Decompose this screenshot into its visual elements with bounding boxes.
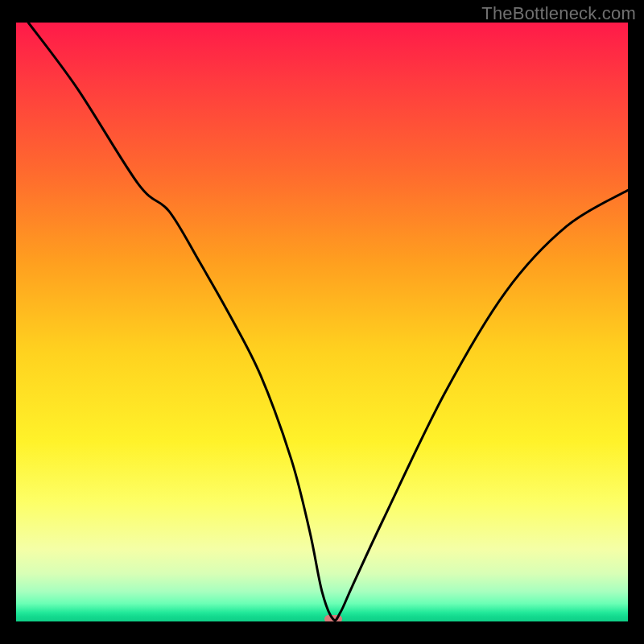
bottleneck-curve-path [28,23,628,621]
watermark-text: TheBottleneck.com [481,3,636,24]
curve-svg [16,23,628,621]
chart-frame: TheBottleneck.com [0,0,644,644]
plot-area [16,23,628,621]
